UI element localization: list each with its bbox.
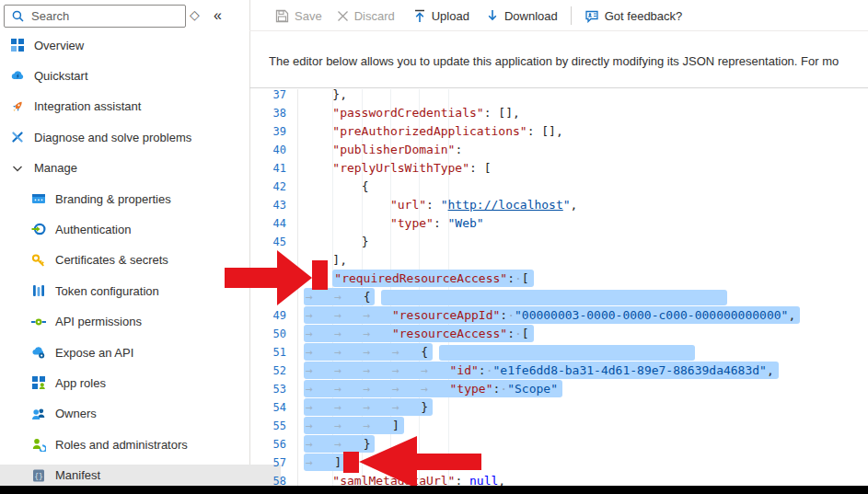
sidebar-item-manage[interactable]: Manage (0, 157, 260, 179)
line-number: 57 (249, 454, 286, 472)
sidebar-item-roles-administrators[interactable]: Roles and administrators (0, 433, 281, 455)
feedback-icon (584, 9, 599, 23)
editor-line[interactable]: 57→ ], (249, 454, 868, 472)
line-number: 44 (249, 214, 286, 233)
sidebar-item-diagnose[interactable]: Diagnose and solve problems (0, 126, 260, 148)
line-number: 43 (249, 196, 286, 214)
discard-label: Discard (354, 9, 395, 23)
sidebar-item-integration-assistant[interactable]: Integration assistant (0, 96, 260, 118)
sidebar-item-label: Authentication (55, 223, 131, 236)
sidebar-item-label: Owners (55, 407, 97, 420)
editor-line[interactable]: ], (249, 251, 868, 270)
sidebar-nav: OverviewQuickstartIntegration assistantD… (0, 0, 249, 494)
editor-line[interactable]: 56→ → } (249, 435, 868, 454)
right-arrow-marker (312, 260, 328, 290)
app-roles-icon (31, 375, 46, 390)
sidebar-item-label: Diagnose and solve problems (34, 131, 191, 144)
branding-icon (31, 191, 46, 206)
line-number: 40 (249, 141, 286, 159)
sidebar-item-label: Expose an API (55, 346, 133, 360)
manifest-editor-notice: The editor below allows you to update th… (269, 54, 868, 71)
authentication-icon (31, 222, 46, 236)
token-configuration-icon (31, 283, 46, 298)
sidebar-item-expose-api[interactable]: Expose an API (0, 341, 281, 363)
toolbar-divider-line (249, 30, 868, 31)
editor-line[interactable]: "requiredResourceAccess":·[ (249, 270, 868, 288)
sidebar-item-quickstart[interactable]: Quickstart (0, 64, 260, 86)
download-button[interactable]: Download (486, 9, 558, 23)
editor-line[interactable]: 55→ → → ] (249, 417, 868, 435)
editor-line[interactable]: 39 "preAuthorizedApplications": [], (249, 122, 868, 141)
line-number: 51 (249, 343, 286, 362)
discard-button[interactable]: Discard (337, 9, 395, 23)
editor-line[interactable]: 51→ → → → { (249, 343, 868, 362)
upload-label: Upload (432, 9, 469, 23)
chevron-down-icon (10, 161, 25, 176)
sidebar-item-label: Quickstart (34, 69, 88, 83)
line-number: 41 (249, 159, 286, 178)
editor-line[interactable]: 43 "url": "http://localhost", (249, 196, 868, 214)
sidebar-item-label: Certificates & secrets (55, 253, 168, 267)
left-arrow-head-icon (359, 436, 417, 488)
right-arrow-body (225, 268, 277, 288)
sidebar-item-label: Overview (34, 39, 84, 52)
editor-line[interactable]: 54→ → → → } (249, 398, 868, 417)
sidebar-item-authentication[interactable]: Authentication (0, 218, 281, 240)
editor-line[interactable]: 42 { (249, 178, 868, 196)
upload-button[interactable]: Upload (413, 9, 469, 23)
editor-line[interactable]: 44 "type": "Web" (249, 214, 868, 233)
svg-text:{}: {} (34, 472, 43, 480)
left-arrow-body (417, 454, 481, 470)
sidebar: ◇ « OverviewQuickstartIntegration assist… (0, 0, 250, 494)
save-button[interactable]: Save (275, 9, 322, 23)
line-number: 56 (249, 435, 286, 454)
api-permissions-icon (31, 315, 46, 329)
sidebar-item-app-roles[interactable]: App roles (0, 372, 281, 394)
feedback-label: Got feedback? (605, 9, 683, 23)
editor-line[interactable]: 40 "publisherDomain": (249, 141, 868, 159)
line-number: 55 (249, 417, 286, 435)
sidebar-item-owners[interactable]: Owners (0, 403, 281, 425)
line-number: 49 (249, 306, 286, 325)
sidebar-item-label: Manifest (55, 468, 100, 482)
line-number: 52 (249, 362, 286, 380)
editor-line[interactable]: → → { (249, 288, 868, 306)
integration-assistant-icon (10, 99, 25, 114)
sidebar-item-label: Token configuration (55, 284, 159, 298)
certificates-icon (31, 253, 46, 268)
editor-line[interactable]: 50→ → → "resourceAccess":·[ (249, 325, 868, 343)
command-bar-divider (571, 6, 572, 25)
editor-line[interactable]: 52→ → → → → "id":·"e1fe6dd8-ba31-4d61-89… (249, 362, 868, 380)
sidebar-item-label: App roles (55, 376, 106, 390)
expose-api-icon (31, 345, 46, 360)
editor-line[interactable]: 45 } (249, 233, 868, 251)
sidebar-item-manifest[interactable]: {}Manifest (0, 465, 281, 487)
line-number: 37 (249, 86, 286, 104)
sidebar-item-label: Integration assistant (34, 99, 141, 113)
save-icon (275, 9, 289, 23)
overview-icon (10, 38, 25, 52)
left-arrow-marker (343, 452, 359, 473)
editor-line[interactable]: 41 "replyUrlsWithType": [ (249, 159, 868, 178)
feedback-button[interactable]: Got feedback? (584, 9, 683, 23)
line-number: 45 (249, 233, 286, 251)
sidebar-item-api-permissions[interactable]: API permissions (0, 311, 281, 333)
sidebar-item-overview[interactable]: Overview (0, 34, 260, 56)
line-number: 38 (249, 104, 286, 122)
json-editor[interactable]: 37 },38 "passwordCredentials": [],39 "pr… (249, 86, 868, 494)
download-icon (486, 9, 499, 23)
editor-line[interactable]: 49→ → → "resourceAppId":·"00000003-0000-… (249, 306, 868, 325)
line-number: 54 (249, 398, 286, 417)
save-label: Save (295, 9, 322, 23)
right-arrow-head-icon (277, 250, 312, 305)
editor-line[interactable]: 38 "passwordCredentials": [], (249, 104, 868, 122)
editor-line[interactable]: 53→ → → → → "type":·"Scope" (249, 380, 868, 398)
upload-icon (413, 9, 426, 23)
quickstart-icon (10, 68, 25, 83)
sidebar-item-label: Roles and administrators (55, 438, 188, 452)
sidebar-item-branding[interactable]: Branding & properties (0, 188, 281, 210)
line-number: 50 (249, 325, 286, 343)
sidebar-item-label: API permissions (55, 315, 142, 328)
diagnose-icon (10, 130, 25, 144)
editor-line[interactable]: 37 }, (249, 86, 868, 104)
